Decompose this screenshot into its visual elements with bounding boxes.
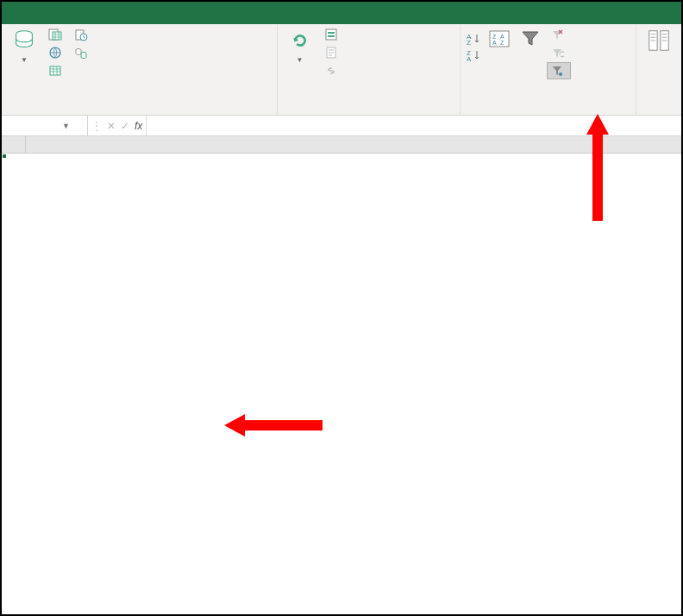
- formula-buttons: ⋮ ✕ ✓ fx: [88, 116, 147, 135]
- svg-text:A: A: [467, 55, 472, 62]
- sort-desc-button[interactable]: ZA: [464, 47, 483, 63]
- formula-bar: ▼ ⋮ ✕ ✓ fx: [2, 116, 681, 136]
- ribbon-tabs: [2, 2, 681, 24]
- sort-icon: ZAAZ: [488, 28, 511, 50]
- refresh-all-button[interactable]: ▼: [281, 26, 319, 66]
- web-icon: [48, 46, 62, 60]
- text-to-columns-icon: [646, 28, 672, 53]
- svg-rect-2: [53, 32, 61, 40]
- refresh-icon: [287, 28, 313, 53]
- dropdown-icon: ▼: [21, 57, 28, 65]
- filter-button[interactable]: [516, 26, 545, 53]
- queries-icon: [324, 28, 338, 41]
- name-box[interactable]: ▼: [2, 116, 88, 135]
- svg-rect-11: [328, 35, 335, 37]
- cancel-icon[interactable]: ✕: [107, 120, 116, 132]
- recent-sources-button[interactable]: [71, 26, 95, 43]
- svg-text:A: A: [492, 40, 497, 46]
- from-text-csv-button[interactable]: [45, 26, 69, 43]
- svg-text:Z: Z: [467, 39, 471, 46]
- filter-icon: [519, 28, 542, 50]
- svg-point-22: [559, 72, 562, 76]
- connections-icon: [74, 46, 88, 60]
- properties-icon: [324, 46, 338, 60]
- sort-asc-button[interactable]: AZ: [464, 31, 483, 47]
- text-to-columns-button[interactable]: [640, 26, 678, 57]
- sort-button[interactable]: ZAAZ: [485, 26, 514, 53]
- edit-links-icon: [324, 64, 338, 78]
- table-icon: [48, 64, 62, 78]
- annotation-arrow-left: [224, 414, 323, 437]
- fx-icon[interactable]: fx: [135, 120, 142, 132]
- from-web-button[interactable]: [45, 44, 69, 61]
- column-header-row: [2, 136, 681, 154]
- existing-connections-button[interactable]: [71, 44, 95, 61]
- properties-button: [321, 44, 345, 61]
- sort-asc-icon: AZ: [465, 32, 482, 46]
- get-data-button[interactable]: ▼: [5, 26, 43, 66]
- edit-links-button: [321, 62, 345, 79]
- group-get-transform: ▼: [2, 24, 278, 115]
- from-table-range-button[interactable]: [45, 62, 69, 79]
- recent-icon: [74, 28, 88, 41]
- advanced-button[interactable]: [547, 62, 571, 79]
- dropdown-icon[interactable]: ▼: [62, 122, 70, 130]
- queries-connections-button[interactable]: [321, 26, 345, 43]
- svg-rect-9: [326, 29, 336, 40]
- group-data-tools: [636, 24, 681, 115]
- reapply-button: [547, 44, 571, 61]
- group-queries: ▼: [278, 24, 461, 115]
- reapply-icon: [550, 46, 564, 60]
- dropdown-icon: ▼: [297, 57, 304, 65]
- clear-icon: [550, 28, 564, 41]
- sort-desc-icon: ZA: [465, 48, 482, 62]
- text-csv-icon: [48, 28, 62, 41]
- enter-icon[interactable]: ✓: [121, 120, 129, 132]
- ribbon: ▼ ▼: [2, 24, 681, 116]
- get-data-icon: [11, 28, 37, 53]
- select-all-corner[interactable]: [2, 136, 26, 153]
- advanced-icon: [550, 64, 564, 78]
- formula-input[interactable]: [147, 116, 681, 135]
- name-box-input[interactable]: [7, 120, 59, 132]
- svg-text:Z: Z: [500, 40, 504, 46]
- clear-button: [547, 26, 571, 43]
- spreadsheet-grid: [2, 136, 681, 154]
- svg-text:Z: Z: [492, 34, 497, 40]
- svg-text:A: A: [500, 34, 504, 40]
- group-sort-filter: AZ ZA ZAAZ: [461, 24, 636, 115]
- svg-rect-10: [328, 32, 335, 34]
- dots-icon: ⋮: [91, 120, 102, 132]
- svg-rect-4: [50, 66, 60, 75]
- selection-handle[interactable]: [2, 154, 7, 159]
